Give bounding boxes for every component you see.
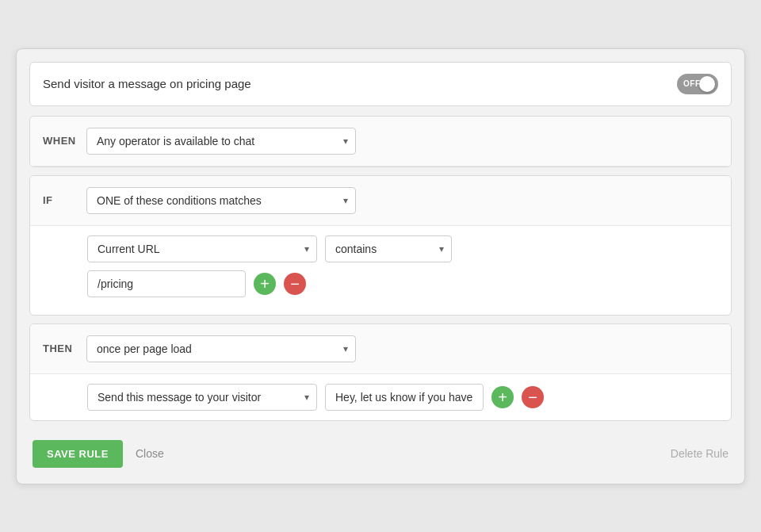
footer-left: SAVE RULE Close	[33, 440, 164, 468]
then-dropdown[interactable]: once per page load every time once per s…	[86, 335, 356, 362]
when-section: WHEN Any operator is available to chat N…	[29, 116, 732, 167]
if-header: IF ONE of these conditions matches ALL o…	[30, 176, 731, 226]
plus-icon: +	[260, 276, 270, 292]
close-button[interactable]: Close	[136, 447, 164, 460]
toggle-knob	[699, 76, 715, 92]
plus-icon-2: +	[498, 389, 507, 405]
url-type-wrapper: Current URL Previous URL Page Title ▾	[87, 235, 317, 262]
url-type-dropdown[interactable]: Current URL Previous URL Page Title	[87, 235, 317, 262]
remove-message-button[interactable]: −	[522, 386, 544, 408]
condition-value-row: + −	[87, 270, 718, 297]
add-condition-button[interactable]: +	[254, 273, 276, 295]
save-rule-button[interactable]: SAVE RULE	[33, 440, 123, 468]
rule-editor: Send visitor a message on pricing page O…	[16, 48, 745, 484]
condition-row: Current URL Previous URL Page Title ▾ co…	[87, 235, 718, 262]
if-section: IF ONE of these conditions matches ALL o…	[29, 175, 732, 316]
when-dropdown-wrapper: Any operator is available to chat No ope…	[86, 128, 356, 155]
toggle-switch[interactable]: OFF	[677, 74, 718, 94]
then-header: THEN once per page load every time once …	[30, 324, 731, 374]
toggle-label: OFF	[683, 79, 701, 88]
minus-icon-2: −	[528, 389, 537, 405]
message-type-dropdown[interactable]: Send this message to your visitor Start …	[87, 384, 317, 411]
operator-dropdown[interactable]: contains does not contain equals starts …	[325, 235, 452, 262]
message-text-input[interactable]	[325, 384, 484, 411]
minus-icon: −	[290, 276, 300, 292]
then-label: THEN	[43, 343, 86, 354]
if-dropdown-wrapper: ONE of these conditions matches ALL of t…	[86, 187, 356, 214]
if-body: Current URL Previous URL Page Title ▾ co…	[30, 226, 731, 315]
message-type-wrapper: Send this message to your visitor Start …	[87, 384, 317, 411]
then-body: Send this message to your visitor Start …	[30, 374, 731, 420]
remove-condition-button[interactable]: −	[284, 273, 306, 295]
when-label: WHEN	[43, 135, 86, 147]
footer: SAVE RULE Close Delete Rule	[29, 429, 732, 471]
when-dropdown[interactable]: Any operator is available to chat No ope…	[86, 128, 356, 155]
message-row: Send this message to your visitor Start …	[87, 384, 718, 411]
operator-wrapper: contains does not contain equals starts …	[325, 235, 452, 262]
add-message-button[interactable]: +	[491, 386, 514, 408]
delete-rule-button[interactable]: Delete Rule	[671, 447, 728, 460]
rule-header: Send visitor a message on pricing page O…	[29, 62, 732, 106]
rule-title: Send visitor a message on pricing page	[43, 77, 251, 90]
when-header: WHEN Any operator is available to chat N…	[30, 117, 731, 166]
then-section: THEN once per page load every time once …	[29, 323, 732, 421]
condition-value-input[interactable]	[87, 270, 246, 297]
then-dropdown-wrapper: once per page load every time once per s…	[86, 335, 356, 362]
if-label: IF	[43, 194, 86, 206]
if-dropdown[interactable]: ONE of these conditions matches ALL of t…	[86, 187, 356, 214]
